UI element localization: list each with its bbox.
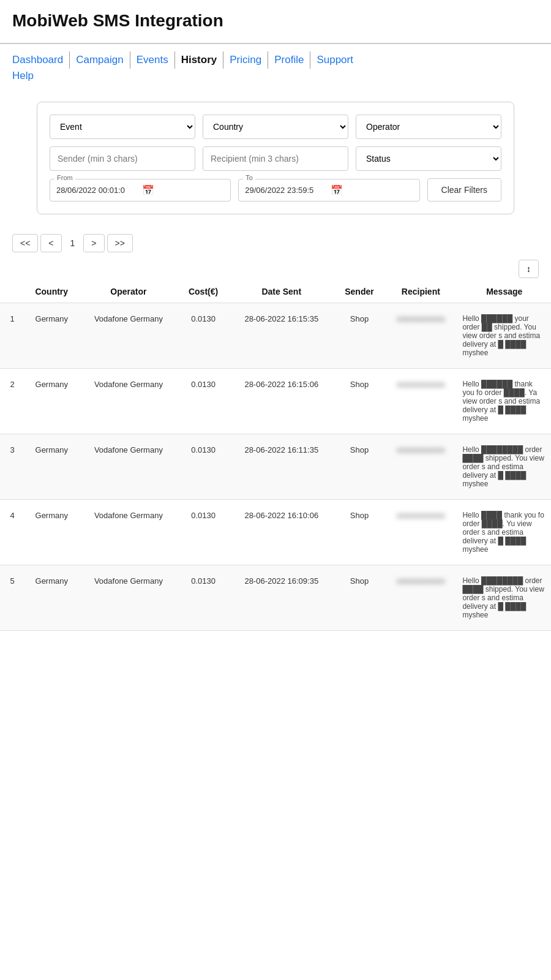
from-label: From [54, 174, 75, 181]
header: MobiWeb SMS Integration [0, 0, 551, 44]
row-recipient: ●●●●●●●●●● [384, 369, 457, 434]
nav-pricing[interactable]: Pricing [223, 51, 268, 69]
col-message: Message [457, 281, 551, 303]
sort-button[interactable]: ↕ [519, 260, 539, 278]
row-date-sent: 28-06-2022 16:15:06 [228, 369, 335, 434]
col-country: Country [24, 281, 79, 303]
row-recipient: ●●●●●●●●●● [384, 303, 457, 369]
pagination: << < 1 > >> [0, 227, 551, 260]
col-num [0, 281, 24, 303]
operator-select[interactable]: Operator [356, 115, 501, 139]
row-message: Hello ████ thank you fo order ████. Yu v… [457, 500, 551, 565]
col-recipient: Recipient [384, 281, 457, 303]
sort-btn-wrapper: ↕ [0, 260, 551, 281]
row-country: Germany [24, 500, 79, 565]
next-page-button[interactable]: > [83, 234, 104, 252]
row-sender: Shop [335, 303, 384, 369]
row-sender: Shop [335, 565, 384, 631]
prev-page-button[interactable]: < [40, 234, 61, 252]
from-calendar-icon[interactable]: 📅 [142, 184, 224, 196]
col-sender: Sender [335, 281, 384, 303]
row-country: Germany [24, 565, 79, 631]
row-sender: Shop [335, 369, 384, 434]
nav-dashboard[interactable]: Dashboard [12, 51, 70, 69]
row-country: Germany [24, 369, 79, 434]
event-select[interactable]: Event [50, 115, 195, 139]
recipient-input[interactable] [203, 146, 348, 171]
row-sender: Shop [335, 500, 384, 565]
row-cost: 0.0130 [178, 369, 228, 434]
col-cost: Cost(€) [178, 281, 228, 303]
nav-campaign[interactable]: Campaign [70, 51, 130, 69]
row-cost: 0.0130 [178, 500, 228, 565]
row-date-sent: 28-06-2022 16:15:35 [228, 303, 335, 369]
col-operator: Operator [79, 281, 179, 303]
row-date-sent: 28-06-2022 16:10:06 [228, 500, 335, 565]
app-title: MobiWeb SMS Integration [12, 11, 539, 31]
row-num: 1 [0, 303, 24, 369]
row-date-sent: 28-06-2022 16:09:35 [228, 565, 335, 631]
nav-profile[interactable]: Profile [268, 51, 310, 69]
row-recipient: ●●●●●●●●●● [384, 500, 457, 565]
last-page-button[interactable]: >> [107, 234, 133, 252]
row-message: Hello ████████ order ████ shipped. You v… [457, 434, 551, 500]
row-num: 5 [0, 565, 24, 631]
table-row: 3GermanyVodafone Germany0.013028-06-2022… [0, 434, 551, 500]
from-date-value: 28/06/2022 00:01:0 [56, 186, 138, 195]
sender-input[interactable] [50, 146, 195, 171]
from-date-wrapper: From 28/06/2022 00:01:0 📅 [50, 179, 231, 202]
current-page: 1 [64, 235, 81, 252]
row-country: Germany [24, 303, 79, 369]
row-message: Hello ██████ your order ██ shipped. You … [457, 303, 551, 369]
row-operator: Vodafone Germany [79, 434, 179, 500]
row-message: Hello ████████ order ████ shipped. You v… [457, 565, 551, 631]
row-message: Hello ██████ thank you fo order ████. Ya… [457, 369, 551, 434]
filter-row-date: From 28/06/2022 00:01:0 📅 To 29/06/2022 … [50, 178, 501, 202]
nav-history[interactable]: History [175, 51, 224, 69]
table-row: 5GermanyVodafone Germany0.013028-06-2022… [0, 565, 551, 631]
from-date-input[interactable]: 28/06/2022 00:01:0 📅 [50, 179, 231, 202]
to-date-wrapper: To 29/06/2022 23:59:5 📅 [238, 179, 419, 202]
row-country: Germany [24, 434, 79, 500]
row-operator: Vodafone Germany [79, 369, 179, 434]
main-nav: Dashboard Campaign Events History Pricin… [0, 44, 551, 69]
row-num: 2 [0, 369, 24, 434]
row-operator: Vodafone Germany [79, 303, 179, 369]
row-num: 3 [0, 434, 24, 500]
to-date-input[interactable]: 29/06/2022 23:59:5 📅 [238, 179, 419, 202]
nav-help[interactable]: Help [12, 67, 40, 84]
row-num: 4 [0, 500, 24, 565]
row-recipient: ●●●●●●●●●● [384, 434, 457, 500]
nav-second-row: Help [0, 69, 551, 89]
clear-filters-button[interactable]: Clear Filters [427, 178, 501, 202]
row-date-sent: 28-06-2022 16:11:35 [228, 434, 335, 500]
row-operator: Vodafone Germany [79, 500, 179, 565]
nav-events[interactable]: Events [130, 51, 175, 69]
row-cost: 0.0130 [178, 565, 228, 631]
table-container: Country Operator Cost(€) Date Sent Sende… [0, 281, 551, 631]
to-calendar-icon[interactable]: 📅 [331, 184, 413, 196]
table-row: 2GermanyVodafone Germany0.013028-06-2022… [0, 369, 551, 434]
col-date-sent: Date Sent [228, 281, 335, 303]
table-row: 1GermanyVodafone Germany0.013028-06-2022… [0, 303, 551, 369]
status-select[interactable]: Status [356, 146, 501, 171]
filter-row-1: Event Country Operator [50, 115, 501, 139]
first-page-button[interactable]: << [12, 234, 38, 252]
row-operator: Vodafone Germany [79, 565, 179, 631]
nav-support[interactable]: Support [310, 51, 359, 69]
country-select[interactable]: Country [203, 115, 348, 139]
row-cost: 0.0130 [178, 303, 228, 369]
to-label: To [243, 174, 255, 181]
filter-section: Event Country Operator Status From 28/06… [37, 102, 514, 214]
table-row: 4GermanyVodafone Germany0.013028-06-2022… [0, 500, 551, 565]
table-header-row: Country Operator Cost(€) Date Sent Sende… [0, 281, 551, 303]
row-sender: Shop [335, 434, 384, 500]
filter-row-2: Status [50, 146, 501, 171]
row-cost: 0.0130 [178, 434, 228, 500]
history-table: Country Operator Cost(€) Date Sent Sende… [0, 281, 551, 631]
row-recipient: ●●●●●●●●●● [384, 565, 457, 631]
to-date-value: 29/06/2022 23:59:5 [245, 186, 327, 195]
